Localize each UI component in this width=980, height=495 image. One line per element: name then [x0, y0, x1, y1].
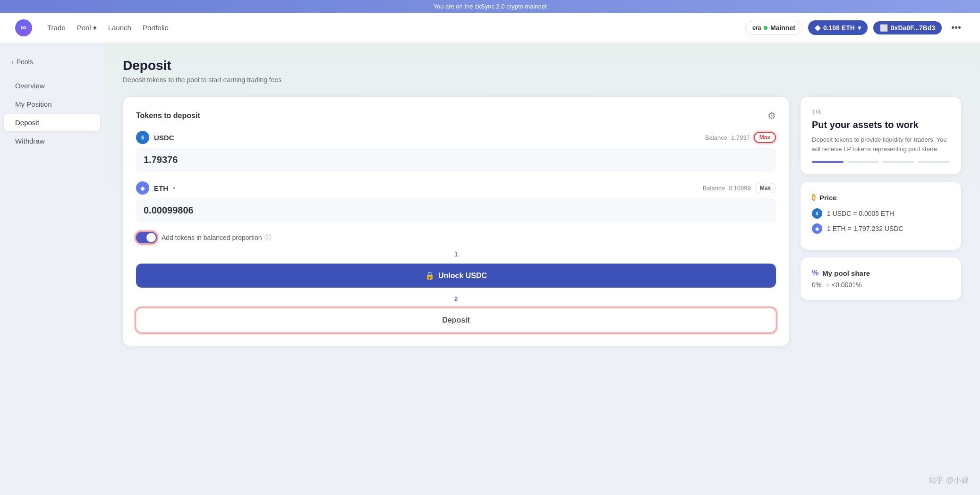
eth-price-icon: ◆: [812, 223, 822, 234]
header: ∞ Trade Pool ▾ Launch Portfolio era Main…: [0, 13, 980, 43]
step1-indicator: 1: [136, 251, 776, 258]
usdc-token-info: $ USDC: [136, 131, 174, 144]
eth-max-button[interactable]: Max: [755, 183, 776, 193]
usdc-balance-row: Balance 1.7937 Max: [705, 132, 776, 143]
step-num: 1/4: [812, 108, 950, 116]
eth-token-chevron-icon[interactable]: ▾: [173, 186, 175, 191]
network-status-dot: [764, 26, 767, 30]
usdc-eth-price: 1 USDC = 0.0005 ETH: [827, 210, 894, 217]
eth-icon: ◆: [815, 23, 820, 32]
watermark: 知乎 @小威: [929, 476, 969, 486]
main-content: Deposit Deposit tokens to the pool to st…: [104, 43, 980, 495]
eth-balance-label: Balance: [703, 185, 725, 192]
progress-seg-4: [918, 161, 950, 163]
content-grid: Tokens to deposit ⚙ $ USDC Balance 1.793…: [123, 97, 961, 346]
toggle-track[interactable]: [136, 232, 157, 243]
percent-icon: %: [812, 269, 818, 277]
progress-seg-1: [812, 161, 844, 163]
eth-balance-label: 0.108 ETH: [823, 24, 855, 32]
eth-amount-input[interactable]: [136, 198, 776, 222]
nav-trade[interactable]: Trade: [47, 22, 66, 34]
info-card: 1/4 Put your assets to work Deposit toke…: [801, 97, 961, 174]
nav-pool[interactable]: Pool ▾: [77, 22, 97, 34]
pool-share-card: % My pool share 0% → <0.0001%: [801, 257, 961, 300]
progress-seg-2: [847, 161, 879, 163]
usdc-balance-value: 1.7937: [731, 134, 750, 141]
eth-token-info: ◆ ETH ▾: [136, 181, 175, 195]
info-card-title: Put your assets to work: [812, 119, 950, 130]
usdc-icon: $: [136, 131, 149, 144]
eth-usdc-price: 1 ETH = 1,797.232 USDC: [827, 225, 903, 232]
toggle-thumb: [146, 233, 156, 242]
eth-balance-row: Balance 0.10899 Max: [703, 183, 776, 193]
usdc-eth-price-row: $ 1 USDC = 0.0005 ETH: [812, 208, 950, 219]
bitcoin-icon: ₿: [812, 193, 816, 202]
usdc-token-row: $ USDC Balance 1.7937 Max: [136, 131, 776, 144]
eth-token-icon: ◆: [136, 181, 149, 195]
pool-share-value: 0% → <0.0001%: [812, 281, 950, 289]
settings-icon[interactable]: ⚙: [767, 110, 776, 121]
sidebar-item-deposit[interactable]: Deposit: [4, 114, 100, 131]
price-card-title: ₿ Price: [812, 193, 950, 202]
card-title: Tokens to deposit: [136, 111, 200, 120]
logo[interactable]: ∞: [15, 19, 32, 36]
usdc-price-icon: $: [812, 208, 822, 219]
eth-token-name: ETH: [154, 184, 168, 192]
price-card: ₿ Price $ 1 USDC = 0.0005 ETH ◆ 1 ETH = …: [801, 182, 961, 250]
wallet-icon: ⬜: [880, 24, 888, 32]
step2-indicator: 2: [136, 295, 776, 302]
lock-icon: 🔒: [425, 271, 435, 280]
nav-portfolio[interactable]: Portfolio: [143, 22, 169, 34]
unlock-btn-label: Unlock USDC: [438, 272, 487, 280]
pool-share-title: % My pool share: [812, 269, 950, 277]
info-card-desc: Deposit tokens to provide liquidity for …: [812, 135, 950, 154]
deposit-card: Tokens to deposit ⚙ $ USDC Balance 1.793…: [123, 97, 789, 346]
info-icon[interactable]: ⓘ: [264, 233, 271, 242]
network-badge[interactable]: era Mainnet: [745, 21, 802, 35]
sidebar: ‹ Pools Overview My Position Deposit Wit…: [0, 43, 104, 495]
eth-token-row: ◆ ETH ▾ Balance 0.10899 Max: [136, 181, 776, 195]
page-title: Deposit: [123, 58, 961, 73]
balanced-toggle-row: Add tokens in balanced proportion ⓘ: [136, 232, 776, 243]
page-subtitle: Deposit tokens to the pool to start earn…: [123, 76, 961, 84]
deposit-btn-label: Deposit: [442, 316, 470, 324]
pool-chevron-icon: ▾: [93, 24, 97, 32]
back-label: Pools: [17, 58, 33, 66]
sidebar-item-overview[interactable]: Overview: [4, 77, 100, 94]
unlock-usdc-button[interactable]: 🔒 Unlock USDC: [136, 264, 776, 288]
top-banner: You are on the zkSync 2.0 crypto mainnet: [0, 0, 980, 13]
deposit-button[interactable]: Deposit: [136, 308, 776, 333]
sidebar-item-my-position[interactable]: My Position: [4, 95, 100, 113]
usdc-balance-label: Balance: [705, 134, 727, 141]
wallet-address-button[interactable]: ⬜ 0xDa0F...7Bd3: [873, 21, 942, 34]
usdc-max-button[interactable]: Max: [754, 132, 776, 143]
header-right: era Mainnet ◆ 0.108 ETH ▾ ⬜ 0xDa0F...7Bd…: [745, 20, 965, 35]
balanced-toggle[interactable]: [136, 232, 157, 243]
progress-seg-3: [883, 161, 914, 163]
more-options-button[interactable]: •••: [947, 20, 965, 35]
card-header: Tokens to deposit ⚙: [136, 110, 776, 121]
eth-balance-button[interactable]: ◆ 0.108 ETH ▾: [808, 20, 868, 35]
toggle-label: Add tokens in balanced proportion ⓘ: [162, 233, 271, 242]
eth-chevron-icon: ▾: [858, 24, 861, 32]
eth-balance-value: 0.10899: [729, 185, 751, 192]
nav-launch[interactable]: Launch: [108, 22, 131, 34]
banner-text: You are on the zkSync 2.0 crypto mainnet: [433, 3, 546, 10]
usdc-token-name: USDC: [154, 134, 174, 142]
sidebar-item-withdraw[interactable]: Withdraw: [4, 132, 100, 150]
back-chevron-icon: ‹: [11, 58, 14, 66]
era-logo: era: [752, 24, 761, 31]
progress-bar: [812, 161, 950, 163]
network-label: Mainnet: [770, 24, 795, 32]
logo-symbol: ∞: [21, 23, 27, 33]
main-layout: ‹ Pools Overview My Position Deposit Wit…: [0, 43, 980, 495]
main-nav: Trade Pool ▾ Launch Portfolio: [47, 22, 169, 34]
eth-usdc-price-row: ◆ 1 ETH = 1,797.232 USDC: [812, 223, 950, 234]
wallet-address-label: 0xDa0F...7Bd3: [891, 24, 935, 32]
usdc-amount-input[interactable]: [136, 148, 776, 172]
right-panel: 1/4 Put your assets to work Deposit toke…: [801, 97, 961, 300]
back-to-pools[interactable]: ‹ Pools: [0, 54, 104, 69]
